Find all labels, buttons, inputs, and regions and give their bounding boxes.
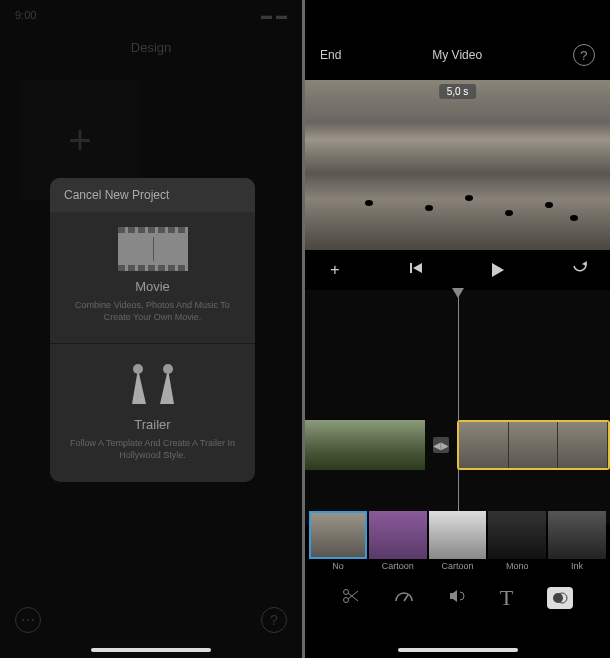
trailer-title: Trailer	[60, 417, 245, 432]
duck	[465, 195, 473, 201]
trailer-desc: Follow A Template And Create A Trailer I…	[60, 438, 245, 461]
undo-button[interactable]	[565, 261, 595, 279]
bottom-bar: ⋯ ?	[15, 607, 287, 633]
transport-bar: +	[305, 250, 610, 290]
filter-label: Mono	[488, 561, 546, 571]
svg-line-7	[404, 595, 408, 601]
filter-thumb	[429, 511, 487, 559]
home-indicator[interactable]	[398, 648, 518, 652]
svg-rect-2	[410, 263, 412, 273]
duration-badge: 5,0 s	[439, 84, 477, 99]
left-screen: 9:00 ▬ ▬ Design + ⋯ ? Cancel New Project…	[0, 0, 305, 658]
filter-mono[interactable]: Mono	[488, 511, 546, 576]
filter-cartoon2[interactable]: Cartoon	[429, 511, 487, 576]
filter-thumb	[488, 511, 546, 559]
speedometer-icon[interactable]	[394, 587, 414, 610]
duck	[545, 202, 553, 208]
clip-1[interactable]	[305, 420, 425, 470]
filter-none[interactable]: No	[309, 511, 367, 576]
help-button[interactable]: ?	[261, 607, 287, 633]
filter-label: Cartoon	[369, 561, 427, 571]
wifi-icon: ▬	[276, 9, 287, 21]
clip-2-selected[interactable]	[457, 420, 610, 470]
new-project-modal: Cancel New Project Movie Combine Videos,…	[50, 178, 255, 482]
done-button[interactable]: End	[320, 48, 341, 62]
modal-cancel-header[interactable]: Cancel New Project	[50, 178, 255, 212]
filter-label: No	[309, 561, 367, 571]
svg-line-6	[348, 591, 358, 599]
home-indicator[interactable]	[91, 648, 211, 652]
filter-thumb	[548, 511, 606, 559]
play-button[interactable]	[483, 263, 513, 277]
duck	[425, 205, 433, 211]
status-icons: ▬ ▬	[261, 9, 287, 21]
filter-cartoon[interactable]: Cartoon	[369, 511, 427, 576]
svg-line-5	[348, 593, 358, 601]
clip-row: ◀▶	[305, 420, 610, 470]
duck	[570, 215, 578, 221]
scissors-icon[interactable]	[342, 587, 360, 610]
filter-tool-icon[interactable]	[547, 587, 573, 609]
trailer-option[interactable]: Trailer Follow A Template And Create A T…	[50, 344, 255, 481]
film-icon	[118, 227, 188, 271]
top-nav: End My Video ?	[305, 30, 610, 80]
video-preview[interactable]: 5,0 s	[305, 80, 610, 250]
duck	[505, 210, 513, 216]
filter-label: Cartoon	[429, 561, 487, 571]
plus-icon: +	[68, 118, 91, 163]
project-title[interactable]: My Video	[432, 48, 482, 62]
filter-label: Ink	[548, 561, 606, 571]
signal-icon: ▬	[261, 9, 272, 21]
status-bar: 9:00 ▬ ▬	[0, 0, 302, 30]
projects-header: Design	[0, 30, 302, 65]
right-screen: End My Video ? 5,0 s + ◀▶	[305, 0, 610, 658]
playhead[interactable]	[458, 290, 459, 525]
add-media-button[interactable]: +	[320, 261, 350, 279]
svg-point-0	[133, 364, 143, 374]
text-icon[interactable]: T	[500, 585, 513, 611]
movie-title: Movie	[60, 279, 245, 294]
time-text: 9:00	[15, 9, 36, 21]
movie-desc: Combine Videos, Photos And Music To Crea…	[60, 300, 245, 323]
prev-button[interactable]	[402, 261, 432, 279]
filter-thumb	[309, 511, 367, 559]
filter-row: No Cartoon Cartoon Mono Ink	[305, 511, 610, 576]
more-button[interactable]: ⋯	[15, 607, 41, 633]
transition-button[interactable]: ◀▶	[433, 437, 449, 453]
timeline[interactable]: ◀▶	[305, 290, 610, 525]
tool-bar: T	[305, 578, 610, 618]
svg-point-3	[343, 589, 348, 594]
filter-ink[interactable]: Ink	[548, 511, 606, 576]
movie-option[interactable]: Movie Combine Videos, Photos And Music T…	[50, 212, 255, 344]
help-button[interactable]: ?	[573, 44, 595, 66]
svg-point-4	[343, 597, 348, 602]
volume-icon[interactable]	[448, 587, 466, 610]
duck	[365, 200, 373, 206]
svg-point-1	[163, 364, 173, 374]
spotlight-icon	[118, 359, 188, 409]
filter-thumb	[369, 511, 427, 559]
